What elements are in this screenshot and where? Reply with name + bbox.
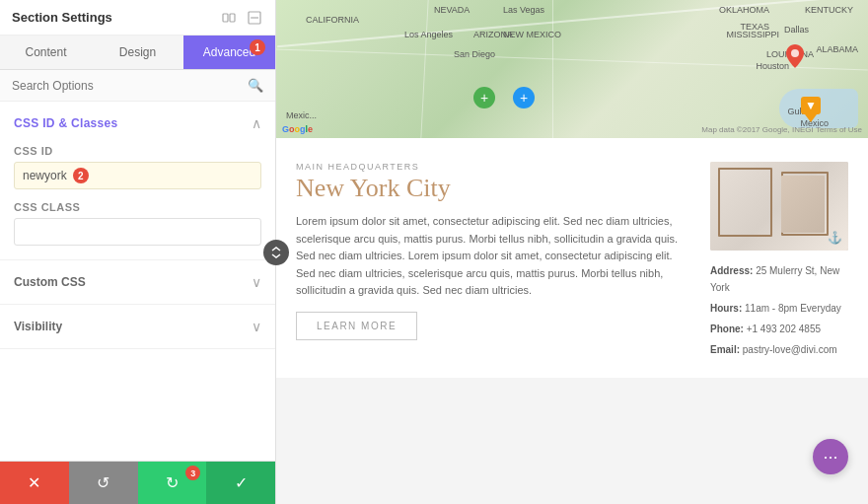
map-add-button-1[interactable]: + (473, 87, 495, 108)
drag-handle[interactable] (263, 240, 289, 265)
svg-text:▼: ▼ (805, 99, 817, 112)
phone-label: Phone: (710, 324, 744, 334)
image-frame-1 (718, 168, 772, 237)
panel-header: Section Settings (0, 0, 275, 36)
map-label-losangeles: Los Angeles (404, 30, 453, 39)
svg-rect-1 (230, 14, 235, 22)
map-label-houston: Houston (756, 61, 789, 71)
css-id-classes-toggle[interactable]: ∧ (252, 115, 261, 131)
visibility-header[interactable]: Visibility ∨ (0, 305, 275, 348)
redo-badge: 3 (185, 466, 200, 480)
map-label-kentucky: KENTUCKY (805, 5, 853, 15)
css-id-badge: 2 (73, 168, 89, 183)
svg-point-4 (791, 49, 799, 57)
tab-content[interactable]: Content (0, 36, 92, 69)
css-id-field[interactable]: newyork 2 (14, 162, 261, 189)
email-block: Email: pastry-love@divi.com (710, 341, 848, 358)
map-section: CALIFORNIA NEVADA Las Vegas ARIZONA OKLA… (276, 0, 868, 138)
email-value: pastry-love@divi.com (743, 344, 837, 355)
save-button[interactable]: ✓ (206, 462, 275, 504)
city-name: New York City (296, 174, 687, 203)
body-text: Lorem ipsum dolor sit amet, consectetur … (296, 213, 687, 300)
bottom-bar: ✕ ↺ ↻ 3 ✓ (0, 461, 275, 504)
hq-label: MAIN HEADQUARTERS (296, 162, 687, 172)
custom-css-header[interactable]: Custom CSS ∨ (0, 260, 275, 304)
map-attribution: Map data ©2017 Google, INEGI Terms of Us… (701, 125, 862, 134)
cancel-button[interactable]: ✕ (0, 462, 69, 504)
tab-advanced[interactable]: Advanced 1 (183, 36, 275, 69)
search-input[interactable] (12, 79, 248, 93)
map-pin-orange[interactable]: ▼ (801, 97, 821, 126)
location-image: ⚓ (710, 162, 848, 251)
css-id-classes-title: CSS ID & Classes (14, 116, 118, 130)
custom-css-toggle[interactable]: ∨ (252, 274, 261, 290)
google-logo: Google (282, 124, 313, 134)
hours-value: 11am - 8pm Everyday (745, 303, 841, 314)
redo-button[interactable]: ↻ 3 (138, 462, 207, 504)
map-add-button-2[interactable]: + (513, 87, 535, 108)
map-label-california: CALIFORNIA (306, 15, 359, 25)
visibility-toggle[interactable]: ∨ (252, 319, 261, 334)
webpage-preview: CALIFORNIA NEVADA Las Vegas ARIZONA OKLA… (276, 0, 868, 504)
panel-title: Section Settings (12, 10, 112, 25)
map-background: CALIFORNIA NEVADA Las Vegas ARIZONA OKLA… (276, 0, 868, 138)
map-label-lasvegas: Las Vegas (503, 5, 544, 15)
search-bar: 🔍 (0, 70, 275, 102)
map-label-newmexico: NEW MEXICO (503, 30, 561, 39)
address-block: Address: 25 Mulerry St, New York (710, 262, 848, 296)
css-class-label: CSS Class (14, 201, 261, 213)
svg-rect-0 (223, 14, 228, 22)
map-pin-red[interactable] (786, 44, 804, 72)
tab-design[interactable]: Design (92, 36, 183, 69)
tab-bar: Content Design Advanced 1 (0, 36, 275, 70)
undo-button[interactable]: ↺ (69, 462, 138, 504)
map-label-oklahoma: OKLAHOMA (719, 5, 769, 15)
css-id-classes-body: CSS ID newyork 2 CSS Class (0, 145, 275, 259)
phone-value: +1 493 202 4855 (747, 324, 821, 334)
map-label-nevada: NEVADA (434, 5, 470, 15)
visibility-section: Visibility ∨ (0, 305, 275, 349)
hours-label: Hours: (710, 303, 742, 314)
content-left: MAIN HEADQUARTERS New York City Lorem ip… (296, 162, 687, 362)
css-id-classes-section: CSS ID & Classes ∧ CSS ID newyork 2 CSS … (0, 102, 275, 260)
content-section: MAIN HEADQUARTERS New York City Lorem ip… (276, 138, 868, 378)
custom-css-title: Custom CSS (14, 275, 86, 289)
settings-panel: Section Settings Content Design (0, 0, 276, 504)
custom-css-section: Custom CSS ∨ (0, 260, 275, 305)
map-label-mexico: Mexic... (286, 110, 317, 120)
visibility-title: Visibility (14, 320, 62, 333)
map-label-dallas: Dallas (784, 25, 809, 35)
collapse-icon[interactable] (246, 9, 263, 27)
panel-content: CSS ID & Classes ∧ CSS ID newyork 2 CSS … (0, 102, 275, 461)
tab-advanced-badge: 1 (250, 39, 265, 55)
phone-block: Phone: +1 493 202 4855 (710, 321, 848, 337)
learn-more-button[interactable]: LEARN MORE (296, 312, 417, 340)
email-label: Email: (710, 344, 740, 355)
resize-icon[interactable] (220, 9, 238, 27)
css-id-label: CSS ID (14, 145, 261, 157)
svg-marker-6 (805, 114, 817, 122)
css-id-value: newyork (23, 169, 67, 182)
content-right: ⚓ Address: 25 Mulerry St, New York Hours… (710, 162, 848, 362)
css-class-input[interactable] (14, 218, 261, 246)
map-label-texas: TEXAS (740, 22, 769, 32)
hours-block: Hours: 11am - 8pm Everyday (710, 300, 848, 317)
address-label: Address: (710, 265, 753, 276)
contact-info: Address: 25 Mulerry St, New York Hours: … (710, 262, 848, 358)
css-id-classes-header[interactable]: CSS ID & Classes ∧ (0, 102, 275, 145)
panel-header-icons (220, 9, 263, 27)
search-icon: 🔍 (248, 78, 263, 93)
fab-button[interactable]: ··· (813, 439, 848, 474)
map-label-alabama: ALABAMA (816, 44, 858, 54)
map-label-sandiego: San Diego (454, 49, 495, 59)
